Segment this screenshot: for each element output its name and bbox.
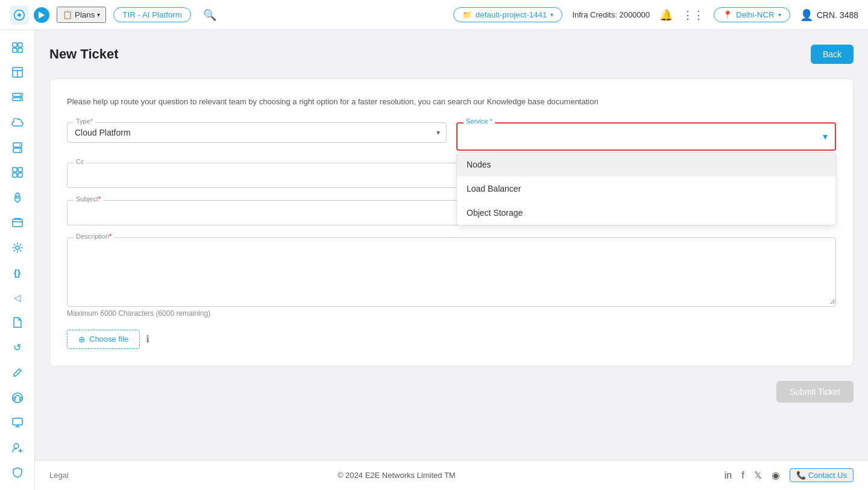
- user-menu[interactable]: 👤 CRN. 3488: [800, 8, 858, 22]
- type-dropdown-arrow-icon: ▾: [436, 128, 440, 137]
- helper-text: Please help up route your question to re…: [67, 96, 836, 108]
- svg-point-20: [16, 196, 19, 198]
- sidebar-item-shield[interactable]: [5, 462, 30, 485]
- phone-icon: 📞: [796, 471, 806, 480]
- user-label: CRN. 3488: [817, 10, 858, 20]
- svg-rect-4: [18, 48, 22, 52]
- svg-rect-17: [18, 168, 22, 172]
- char-limit-text: Maximum 6000 Characters (6000 remaining): [67, 309, 836, 318]
- service-label: Service *: [464, 118, 495, 125]
- sidebar-item-billing[interactable]: [5, 212, 30, 234]
- nav-play-icon[interactable]: [34, 7, 49, 23]
- sidebar-item-edit[interactable]: [5, 362, 30, 385]
- search-icon[interactable]: 🔍: [203, 8, 216, 22]
- legal-link[interactable]: Legal: [49, 471, 69, 480]
- top-navigation: 📋 Plans ▾ TIR - AI Platform 🔍 📁 default-…: [0, 0, 868, 30]
- choose-file-label: Choose file: [89, 335, 128, 344]
- facebook-icon[interactable]: f: [741, 470, 744, 481]
- copyright-text: © 2024 E2E Networks Limited TM: [338, 471, 456, 480]
- twitter-icon[interactable]: 𝕏: [754, 470, 762, 481]
- svg-rect-1: [13, 43, 17, 47]
- description-label: Description*: [74, 233, 114, 240]
- service-wrapper[interactable]: Service * ▾: [456, 122, 836, 151]
- description-row: Description* ⋱ Maximum 6000 Characters (…: [67, 237, 836, 318]
- linkedin-icon[interactable]: in: [725, 470, 732, 481]
- notification-bell-icon[interactable]: 🔔: [659, 8, 673, 22]
- svg-point-14: [19, 144, 20, 145]
- svg-point-23: [16, 246, 19, 250]
- ticket-form-card: Please help up route your question to re…: [49, 78, 854, 366]
- sidebar-item-grid2[interactable]: [5, 162, 30, 184]
- contact-label: Contact Us: [808, 471, 847, 480]
- sidebar-item-refresh[interactable]: ↺: [5, 336, 30, 359]
- svg-point-11: [20, 98, 21, 99]
- sidebar: {} ◁ ↺: [0, 30, 35, 490]
- svg-rect-18: [13, 173, 17, 177]
- logo-icon: [10, 5, 29, 25]
- plans-label: Plans: [75, 10, 95, 19]
- apps-grid-icon[interactable]: ⋮⋮: [682, 8, 704, 22]
- sidebar-item-monitor[interactable]: [5, 412, 30, 435]
- svg-rect-16: [13, 168, 17, 172]
- service-option-nodes[interactable]: Nodes: [457, 152, 835, 177]
- type-value: Cloud Platform: [75, 128, 439, 137]
- sidebar-item-angle[interactable]: ◁: [5, 286, 30, 309]
- sidebar-item-storage[interactable]: [5, 86, 30, 109]
- page-header: New Ticket Back: [49, 45, 854, 64]
- rss-icon[interactable]: ◉: [772, 470, 780, 481]
- sidebar-item-cloud[interactable]: [5, 112, 30, 134]
- contact-us-button[interactable]: 📞 Contact Us: [790, 468, 854, 482]
- type-service-row: Type* Cloud Platform ▾ Service * ▾: [67, 122, 836, 151]
- description-wrapper: Description* ⋱: [67, 237, 836, 307]
- sidebar-item-settings[interactable]: [5, 236, 30, 259]
- page-title: New Ticket: [49, 46, 119, 62]
- type-field: Type* Cloud Platform ▾: [67, 122, 447, 151]
- description-input[interactable]: [68, 238, 835, 304]
- footer: Legal © 2024 E2E Networks Limited TM in …: [35, 460, 868, 490]
- svg-rect-19: [18, 173, 22, 177]
- service-select-row: ▾: [465, 128, 828, 145]
- plans-button[interactable]: 📋 Plans ▾: [57, 7, 106, 23]
- topnav-right: 📁 default-project-1441 ▾ Infra Credits: …: [453, 7, 858, 22]
- resize-handle-icon: ⋱: [828, 298, 834, 305]
- service-field: Service * ▾ Nodes Load Balancer Object S…: [456, 122, 836, 151]
- tir-platform-button[interactable]: TIR - AI Platform: [113, 7, 191, 22]
- submit-row: Submit Ticket: [49, 381, 854, 403]
- submit-ticket-button[interactable]: Submit Ticket: [776, 381, 854, 403]
- project-selector[interactable]: 📁 default-project-1441 ▾: [453, 7, 563, 22]
- sidebar-item-support[interactable]: [5, 386, 30, 409]
- sidebar-item-file[interactable]: [5, 312, 30, 335]
- service-dropdown-list: Nodes Load Balancer Object Storage: [456, 152, 836, 225]
- sidebar-item-server[interactable]: [5, 136, 30, 159]
- sidebar-item-code[interactable]: {}: [5, 262, 30, 284]
- cc-label: Cc: [74, 158, 86, 165]
- sidebar-item-table[interactable]: [5, 61, 30, 84]
- choose-file-button[interactable]: ⊕ Choose file: [67, 330, 140, 349]
- sidebar-item-rocket[interactable]: [5, 186, 30, 209]
- svg-rect-25: [13, 418, 22, 425]
- service-option-object-storage[interactable]: Object Storage: [457, 201, 835, 225]
- sidebar-item-dashboard[interactable]: [5, 36, 30, 59]
- type-wrapper[interactable]: Type* Cloud Platform ▾: [67, 122, 447, 143]
- svg-rect-2: [18, 43, 22, 47]
- svg-point-15: [19, 149, 20, 151]
- logo-area: [10, 5, 49, 25]
- service-option-load-balancer[interactable]: Load Balancer: [457, 177, 835, 201]
- info-icon[interactable]: ℹ: [146, 333, 149, 345]
- main-content: New Ticket Back Please help up route you…: [35, 30, 868, 460]
- back-button[interactable]: Back: [811, 45, 854, 64]
- infra-credits: Infra Credits: 2000000: [572, 10, 650, 19]
- footer-right: in f 𝕏 ◉ 📞 Contact Us: [725, 468, 854, 482]
- region-selector[interactable]: 📍 Delhi-NCR ▾: [714, 7, 790, 22]
- file-upload-row: ⊕ Choose file ℹ: [67, 330, 836, 349]
- sidebar-item-add-user[interactable]: [5, 436, 30, 459]
- svg-rect-3: [13, 48, 17, 52]
- svg-point-26: [14, 444, 19, 448]
- svg-point-10: [20, 94, 21, 95]
- project-label: default-project-1441: [476, 10, 547, 19]
- tir-label: TIR - AI Platform: [122, 10, 182, 19]
- type-label: Type*: [74, 118, 95, 125]
- plus-icon: ⊕: [78, 335, 86, 344]
- svg-rect-21: [13, 219, 22, 227]
- subject-label: Subject*: [74, 195, 103, 203]
